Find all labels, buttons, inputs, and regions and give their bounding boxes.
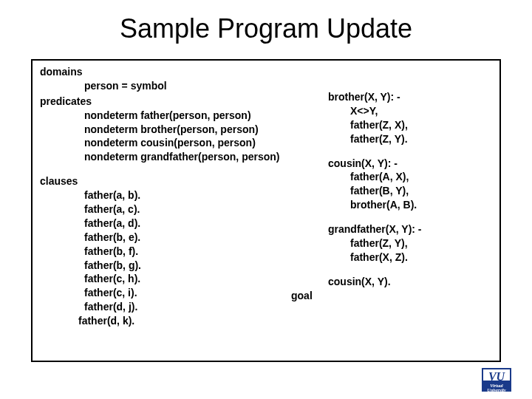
clauses-keyword: clauses: [40, 174, 306, 188]
clause-line: father(d, j).: [40, 300, 306, 314]
goal-keyword: goal: [291, 290, 313, 301]
code-box: domains person = symbol predicates nonde…: [31, 59, 501, 362]
clause-line: father(d, k).: [40, 314, 306, 328]
cousin-rule-head: cousin(X, Y): -: [328, 157, 491, 171]
predicate-line: nondeterm father(person, person): [40, 109, 306, 123]
predicate-line: nondeterm grandfather(person, person): [40, 150, 306, 164]
vu-logo-text: VU: [488, 370, 505, 383]
predicates-keyword: predicates: [40, 95, 306, 109]
vu-logo-box: VU Virtual University: [482, 368, 511, 392]
brother-rule-body: father(Z, Y).: [328, 132, 491, 146]
predicate-line: nondeterm brother(person, person): [40, 123, 306, 137]
clause-line: father(c, i).: [40, 286, 306, 300]
clause-line: father(b, e).: [40, 231, 306, 245]
goal-line: cousin(X, Y).: [328, 275, 491, 289]
predicate-line: nondeterm cousin(person, person): [40, 136, 306, 150]
brother-rule-body: father(Z, X),: [328, 118, 491, 132]
clause-line: father(a, d).: [40, 216, 306, 231]
clause-line: father(a, b).: [40, 188, 306, 202]
grandfather-rule-body: father(X, Z).: [328, 250, 491, 265]
brother-rule-head: brother(X, Y): -: [328, 90, 491, 104]
cousin-rule-body: father(B, Y),: [328, 184, 491, 198]
cousin-rule-body: father(A, X),: [328, 170, 491, 184]
domains-line: person = symbol: [40, 79, 306, 93]
clause-line: father(b, g).: [40, 259, 306, 273]
clause-line: father(b, f).: [40, 245, 306, 259]
vu-logo-subtext: Virtual University: [482, 383, 511, 392]
domains-keyword: domains: [40, 65, 306, 79]
grandfather-rule-head: grandfather(X, Y): -: [328, 222, 491, 236]
brother-rule-body: X<>Y,: [328, 104, 491, 118]
clause-line: father(a, c).: [40, 202, 306, 216]
slide-title: Sample Program Update: [0, 0, 532, 53]
clause-line: father(c, h).: [40, 272, 306, 286]
left-column: domains person = symbol predicates nonde…: [40, 64, 306, 328]
cousin-rule-body: brother(A, B).: [328, 198, 491, 212]
vu-logo: VU Virtual University: [482, 368, 522, 393]
right-column: brother(X, Y): - X<>Y, father(Z, X), fat…: [328, 90, 491, 289]
grandfather-rule-body: father(Z, Y),: [328, 236, 491, 250]
